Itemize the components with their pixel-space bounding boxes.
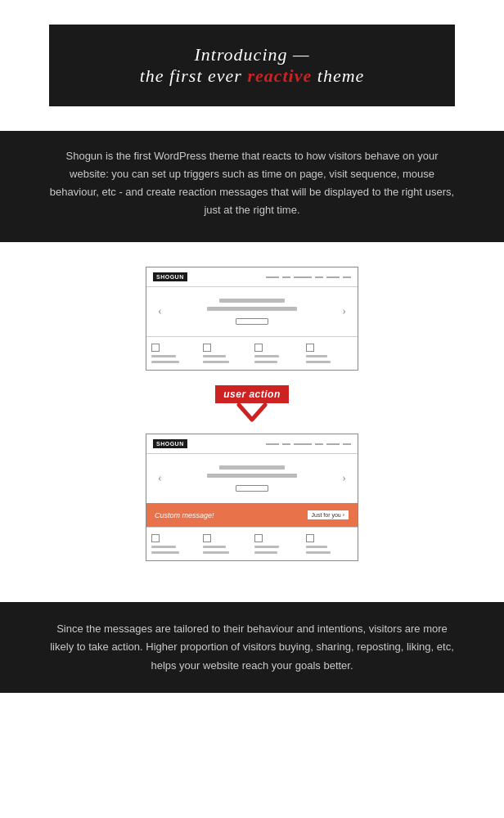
wf-feature-col-3-before bbox=[254, 344, 301, 363]
wf-nav-line-1 bbox=[266, 276, 279, 278]
hero-banner: Introducing — the first ever reactive th… bbox=[49, 25, 455, 106]
wf-feature-line1-3-after bbox=[254, 546, 279, 548]
wf-nav-line-a4 bbox=[315, 443, 323, 445]
wf-nav-line-2 bbox=[282, 276, 290, 278]
wf-feature-icon-4-before bbox=[306, 344, 314, 352]
wf-feature-col-2-after bbox=[203, 534, 250, 554]
wf-nav-lines-after bbox=[266, 443, 351, 445]
wf-feature-col-2-before bbox=[203, 344, 250, 363]
hero-reactive-word: reactive bbox=[247, 65, 312, 86]
wf-feature-col-4-after bbox=[306, 534, 353, 554]
wf-feature-line2-3-after bbox=[254, 551, 277, 554]
wf-feature-line2-4-before bbox=[306, 361, 331, 363]
wf-title-line2-before bbox=[207, 307, 297, 311]
wireframes-area: SHOGUN ‹ › bbox=[0, 242, 504, 578]
wf-feature-line1-4-before bbox=[306, 355, 327, 357]
wf-feature-col-3-after bbox=[254, 534, 301, 554]
wf-feature-line2-1-after bbox=[151, 551, 179, 554]
wf-left-arrow-after: ‹ bbox=[155, 472, 165, 485]
description-text: Shogun is the first WordPress theme that… bbox=[49, 147, 455, 219]
hero-title-line2: the first ever reactive theme bbox=[74, 65, 430, 87]
wf-nav-line-a6 bbox=[343, 443, 351, 445]
hero-line2-suffix: theme bbox=[312, 65, 364, 86]
hero-title-line1: Introducing — bbox=[74, 44, 430, 65]
wf-right-arrow-before: › bbox=[339, 305, 349, 318]
wf-left-arrow-before: ‹ bbox=[155, 305, 165, 318]
wf-feature-line2-3-before bbox=[254, 361, 277, 363]
wf-logo-after: SHOGUN bbox=[153, 439, 187, 448]
wf-feature-line2-4-after bbox=[306, 551, 331, 554]
wf-feature-col-1-before bbox=[151, 344, 198, 363]
just-for-you-badge: Just for you › bbox=[307, 510, 349, 520]
wf-nav-line-3 bbox=[294, 276, 312, 278]
custom-message-bar: Custom message! Just for you › bbox=[146, 503, 358, 527]
wf-hero-content-before bbox=[165, 299, 340, 325]
wireframe-after: SHOGUN ‹ › Custom message! Just for y bbox=[146, 434, 358, 561]
wf-feature-col-4-before bbox=[306, 344, 353, 363]
wf-feature-line1-1-before bbox=[151, 355, 176, 357]
wf-nav-line-a2 bbox=[282, 443, 290, 445]
bottom-section: Since the messages are tailored to their… bbox=[0, 602, 504, 692]
wf-feature-icon-3-before bbox=[254, 344, 263, 352]
wf-nav-line-5 bbox=[326, 276, 340, 278]
wf-hero-after: ‹ › bbox=[146, 454, 358, 503]
wf-title-line2-after bbox=[207, 474, 297, 478]
wf-feature-icon-1-before bbox=[151, 344, 160, 352]
wf-hero-content-after bbox=[165, 465, 340, 492]
bottom-text: Since the messages are tailored to their… bbox=[49, 620, 455, 674]
wf-nav-lines-before bbox=[266, 276, 351, 278]
wf-cta-btn-before bbox=[236, 318, 268, 325]
wf-hero-before: ‹ › bbox=[146, 287, 358, 336]
wf-feature-line1-2-before bbox=[203, 355, 226, 357]
wf-feature-icon-2-after bbox=[203, 534, 211, 542]
wf-nav-line-4 bbox=[315, 276, 323, 278]
wf-feature-line2-2-after bbox=[203, 551, 229, 554]
wf-feature-line2-1-before bbox=[151, 361, 179, 363]
wf-cta-btn-after bbox=[236, 485, 268, 492]
wf-feature-line1-3-before bbox=[254, 355, 279, 357]
custom-message-text: Custom message! bbox=[155, 511, 214, 519]
user-action-arrow-icon bbox=[236, 402, 268, 429]
wf-features-after bbox=[146, 527, 358, 560]
wf-feature-icon-3-after bbox=[254, 534, 263, 542]
wf-feature-line1-1-after bbox=[151, 546, 176, 548]
wf-feature-icon-1-after bbox=[151, 534, 160, 542]
wf-feature-line1-4-after bbox=[306, 546, 327, 548]
wf-nav-line-6 bbox=[343, 276, 351, 278]
wf-nav-before: SHOGUN bbox=[146, 267, 358, 287]
wf-title-line1-after bbox=[219, 465, 285, 470]
wf-right-arrow-after: › bbox=[339, 472, 349, 485]
wf-feature-icon-2-before bbox=[203, 344, 211, 352]
description-section: Shogun is the first WordPress theme that… bbox=[0, 131, 504, 242]
wf-feature-line2-2-before bbox=[203, 361, 229, 363]
wf-nav-line-a3 bbox=[294, 443, 312, 445]
hero-line2-prefix: the first ever bbox=[140, 65, 248, 86]
wf-nav-after: SHOGUN bbox=[146, 434, 358, 454]
wf-feature-icon-4-after bbox=[306, 534, 314, 542]
wf-nav-line-a5 bbox=[326, 443, 340, 445]
wf-feature-line1-2-after bbox=[203, 546, 226, 548]
wireframe-before: SHOGUN ‹ › bbox=[146, 267, 358, 371]
wf-features-before bbox=[146, 336, 358, 370]
user-action-container: user action bbox=[215, 385, 289, 429]
wf-nav-line-a1 bbox=[266, 443, 279, 445]
wf-feature-col-1-after bbox=[151, 534, 198, 554]
wf-logo-before: SHOGUN bbox=[153, 272, 187, 281]
user-action-badge: user action bbox=[215, 385, 289, 403]
wf-title-line1-before bbox=[219, 299, 285, 303]
